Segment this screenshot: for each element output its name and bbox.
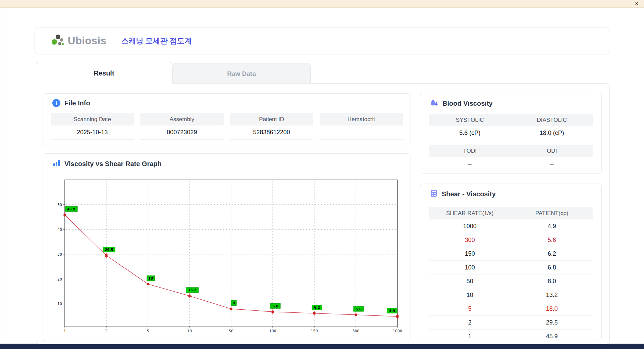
ubiosis-logo-icon <box>50 33 65 49</box>
shear-rate-cell: 300 <box>429 233 511 247</box>
shear-table-row: 518.0 <box>429 302 593 316</box>
patient-viscosity-cell: 4.9 <box>511 219 593 233</box>
field-value: 52838612200 <box>230 126 313 140</box>
svg-text:50: 50 <box>57 203 62 207</box>
blood-viscosity-title: Blood Viscosity <box>442 100 493 107</box>
shear-viscosity-card: Shear - Viscosity SHEAR RATE(1/s) PATIEN… <box>420 184 602 341</box>
field-label: Patient ID <box>230 113 313 126</box>
odi-header: ODI <box>511 145 593 157</box>
patient-viscosity-cell: 5.6 <box>511 233 593 247</box>
shear-table-header-row: SHEAR RATE(1/s) PATIENT(cp) <box>429 207 593 219</box>
svg-text:40: 40 <box>57 228 62 232</box>
bottom-navy-bar <box>0 344 644 349</box>
patient-viscosity-cell: 6.8 <box>511 261 593 274</box>
file-info-card: i File Info Scanning Date 2025-10-13 Ass… <box>43 93 411 145</box>
svg-text:150: 150 <box>311 329 318 333</box>
svg-text:5: 5 <box>147 329 149 333</box>
patient-column-header: PATIENT(cp) <box>511 207 593 219</box>
patient-viscosity-cell: 13.2 <box>511 288 593 302</box>
svg-text:5.6: 5.6 <box>356 307 362 311</box>
svg-text:6.8: 6.8 <box>272 304 278 308</box>
blood-viscosity-card: Blood Viscosity SYSTOLIC DIASTOLIC 5.6 (… <box>420 93 602 174</box>
blood-viscosity-table: SYSTOLIC DIASTOLIC 5.6 (cP) 18.0 (cP) TO… <box>429 114 593 171</box>
shear-rate-cell: 2 <box>429 316 511 329</box>
shear-rate-cell: 1 <box>429 330 511 343</box>
svg-text:10: 10 <box>57 302 62 306</box>
odi-value: – <box>511 157 593 171</box>
tab-result[interactable]: Result <box>36 62 172 84</box>
field-label: Scanning Date <box>51 113 134 126</box>
graph-title: Viscosity vs Shear Rate Graph <box>64 160 162 168</box>
field-value: 2025-10-13 <box>51 126 134 140</box>
shear-table-row: 3005.6 <box>429 233 593 247</box>
shear-table-row: 1013.2 <box>429 288 593 302</box>
diastolic-value: 18.0 (cP) <box>511 126 593 140</box>
svg-text:1000: 1000 <box>393 329 402 333</box>
app-window: × Ubiosis 스캐닝 모세관 점도계 Result Raw Data <box>0 0 644 349</box>
file-info-header: i File Info <box>52 99 90 107</box>
shear-rate-cell: 1000 <box>429 219 511 233</box>
svg-text:4.9: 4.9 <box>389 309 395 313</box>
svg-text:45.9: 45.9 <box>67 207 75 211</box>
field-value <box>320 126 403 140</box>
svg-text:10: 10 <box>187 329 192 333</box>
todi-value: – <box>429 157 511 171</box>
viscosity-graph-card: Viscosity vs Shear Rate Graph 1020304050… <box>43 153 411 342</box>
tab-raw-data-label: Raw Data <box>227 70 256 78</box>
tab-result-label: Result <box>94 69 114 77</box>
svg-text:29.5: 29.5 <box>105 248 113 252</box>
svg-text:300: 300 <box>353 329 360 333</box>
ubiosis-logo: Ubiosis <box>50 33 106 49</box>
page-title: 스캐닝 모세관 점도계 <box>121 36 192 46</box>
shear-table-row: 145.9 <box>429 330 593 343</box>
patient-viscosity-cell: 18.0 <box>511 302 593 315</box>
svg-text:2: 2 <box>105 329 108 333</box>
patient-viscosity-cell: 8.0 <box>511 275 593 288</box>
svg-text:6.2: 6.2 <box>314 306 320 309</box>
blood-viscosity-header: Blood Viscosity <box>430 98 493 108</box>
field-scanning-date: Scanning Date 2025-10-13 <box>51 113 134 140</box>
systolic-value: 5.6 (cP) <box>429 126 511 140</box>
info-icon: i <box>52 99 60 107</box>
patient-viscosity-cell: 6.2 <box>511 247 593 260</box>
window-left-border <box>4 7 4 344</box>
shear-table-body: 10004.93005.61506.21006.8508.01013.2518.… <box>429 219 593 343</box>
shear-table-row: 1506.2 <box>429 247 593 261</box>
todi-odi-value-row: – – <box>429 157 593 171</box>
todi-header: TODI <box>429 145 511 157</box>
close-icon[interactable]: × <box>633 0 640 7</box>
todi-odi-header-row: TODI ODI <box>429 145 593 157</box>
field-value: 000723029 <box>140 126 223 140</box>
logo-text: Ubiosis <box>68 35 106 47</box>
svg-text:18: 18 <box>148 277 153 280</box>
shear-table-row: 1006.8 <box>429 261 593 275</box>
chart-plot-area: 10203040501251050100150300100045.929.518… <box>49 177 405 337</box>
diastolic-header: DIASTOLIC <box>511 114 593 126</box>
bar-chart-icon <box>52 159 60 168</box>
calculator-icon <box>430 189 438 199</box>
svg-text:1: 1 <box>64 329 66 333</box>
shear-rate-cell: 150 <box>429 247 511 260</box>
table-gap <box>429 140 593 145</box>
shear-rate-cell: 100 <box>429 261 511 274</box>
tab-raw-data[interactable]: Raw Data <box>172 63 311 84</box>
shear-viscosity-title: Shear - Viscosity <box>442 190 496 198</box>
header-card: Ubiosis 스캐닝 모세관 점도계 <box>35 28 610 54</box>
patient-viscosity-cell: 45.9 <box>511 330 593 343</box>
file-info-fields: Scanning Date 2025-10-13 Assembly 000723… <box>51 113 403 140</box>
field-assembly: Assembly 000723029 <box>140 113 223 140</box>
shear-rate-cell: 50 <box>429 275 511 288</box>
window-titlebar: × <box>0 0 644 8</box>
shear-viscosity-table: SHEAR RATE(1/s) PATIENT(cp) 10004.93005.… <box>429 207 593 343</box>
svg-text:13.2: 13.2 <box>188 288 197 292</box>
shear-table-row: 508.0 <box>429 275 593 288</box>
patient-viscosity-cell: 29.5 <box>511 316 593 329</box>
file-info-title: File Info <box>64 99 90 107</box>
svg-text:50: 50 <box>229 329 233 333</box>
svg-text:30: 30 <box>57 252 62 257</box>
blood-viscosity-value-row: 5.6 (cP) 18.0 (cP) <box>429 126 593 140</box>
blood-viscosity-header-row: SYSTOLIC DIASTOLIC <box>429 114 593 126</box>
field-label: Assembly <box>140 113 223 126</box>
droplet-icon <box>430 98 438 108</box>
svg-text:8: 8 <box>233 301 235 305</box>
